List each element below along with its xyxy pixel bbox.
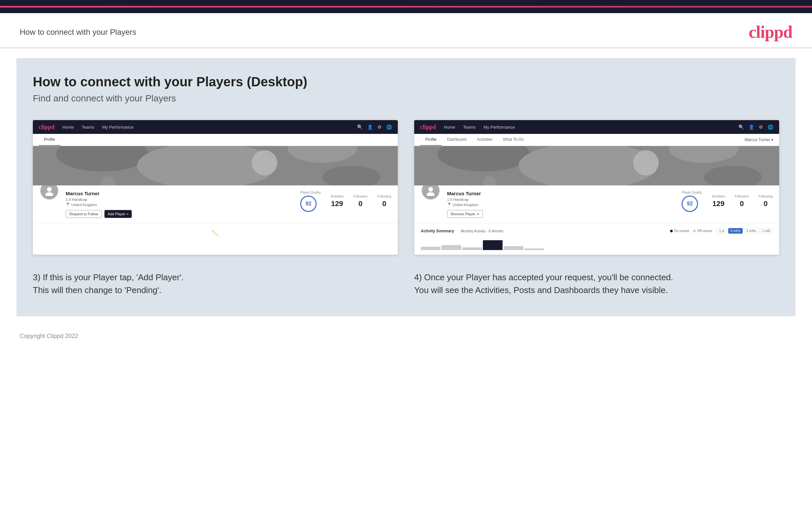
chart-bar-5 bbox=[504, 246, 523, 250]
chart-bar-6 bbox=[524, 248, 544, 250]
chart-bar-3 bbox=[462, 247, 482, 250]
on-course-label: On course bbox=[674, 229, 689, 233]
tab-activities-right[interactable]: Activities bbox=[472, 134, 498, 146]
left-app-logo: clippd bbox=[39, 124, 55, 130]
left-activities-stat: Activities 129 bbox=[331, 194, 344, 208]
time-btn-1mth[interactable]: 1 mth bbox=[760, 228, 773, 234]
time-btn-6mths[interactable]: 6 mths bbox=[728, 228, 743, 234]
svg-point-16 bbox=[428, 187, 433, 192]
left-profile-details: Marcus Turner 1-5 Handicap 📍 United King… bbox=[66, 191, 294, 218]
time-buttons: 1 yr 6 mths 3 mths 1 mth bbox=[717, 228, 773, 234]
globe-icon[interactable]: 🌐 bbox=[386, 124, 392, 130]
right-location-pin-icon: 📍 bbox=[447, 203, 452, 207]
settings-icon[interactable]: ⚙ bbox=[377, 124, 382, 130]
chart-bar-4 bbox=[483, 240, 503, 250]
page-subtitle: Find and connect with your Players bbox=[33, 93, 779, 104]
left-nav-myperformance[interactable]: My Performance bbox=[102, 125, 133, 130]
off-course-dot bbox=[693, 230, 696, 232]
left-player-buttons: Request to Follow Add Player + bbox=[66, 210, 294, 218]
tab-profile-right[interactable]: Profile bbox=[420, 134, 442, 146]
request-follow-button[interactable]: Request to Follow bbox=[66, 210, 102, 218]
activity-summary: Activity Summary Monthly Activity · 6 Mo… bbox=[414, 223, 779, 255]
left-screenshot-bottom: ✏️ bbox=[33, 223, 398, 243]
chevron-down-icon: ▾ bbox=[771, 137, 773, 142]
top-bar bbox=[0, 0, 812, 13]
right-followers-stat: Followers 0 bbox=[735, 194, 749, 208]
description-left-text: 3) If this is your Player tap, 'Add Play… bbox=[33, 271, 398, 297]
left-tabs: Profile bbox=[33, 134, 398, 146]
description-right-text: 4) Once your Player has accepted your re… bbox=[414, 271, 779, 297]
tab-dashboard-right[interactable]: Dashboard bbox=[442, 134, 472, 146]
activity-header: Activity Summary Monthly Activity · 6 Mo… bbox=[421, 228, 773, 234]
right-player-location: 📍 United Kingdom bbox=[447, 203, 675, 207]
right-nav-icons: 🔍 👤 ⚙ 🌐 bbox=[739, 124, 773, 130]
time-btn-3mths[interactable]: 3 mths bbox=[744, 228, 758, 234]
right-following-stat: Following 0 bbox=[759, 194, 773, 208]
left-player-name: Marcus Turner bbox=[66, 191, 294, 196]
activity-right-controls: On course Off course 1 yr 6 mths 3 mths bbox=[670, 228, 773, 234]
right-user-icon[interactable]: 👤 bbox=[749, 124, 754, 130]
description-right: 4) Once your Player has accepted your re… bbox=[414, 271, 779, 297]
footer: Copyright Clippd 2022 bbox=[0, 326, 812, 346]
edit-icon: ✏️ bbox=[211, 229, 219, 237]
right-settings-icon[interactable]: ⚙ bbox=[759, 124, 763, 130]
right-nav-teams[interactable]: Teams bbox=[463, 125, 476, 130]
tab-whattoon-right[interactable]: What To On bbox=[498, 134, 529, 146]
chart-bar-1 bbox=[421, 247, 441, 250]
time-btn-1yr[interactable]: 1 yr bbox=[717, 228, 727, 234]
left-nav-home[interactable]: Home bbox=[62, 125, 74, 130]
right-golf-background bbox=[414, 146, 779, 185]
svg-point-8 bbox=[45, 192, 53, 196]
remove-player-button[interactable]: Remove Player ✕ bbox=[447, 210, 483, 218]
right-profile-info: Marcus Turner 1-5 Handicap 📍 United King… bbox=[414, 185, 779, 223]
add-player-button[interactable]: Add Player + bbox=[104, 210, 132, 218]
main-content-area: How to connect with your Players (Deskto… bbox=[16, 58, 796, 316]
right-tabs-user-dropdown[interactable]: Marcus Turner ▾ bbox=[745, 134, 773, 146]
clippd-logo: clippd bbox=[749, 22, 792, 42]
left-profile-info: Marcus Turner 1-5 Handicap 📍 United King… bbox=[33, 185, 398, 223]
left-nav-icons: 🔍 👤 ⚙ 🌐 bbox=[357, 124, 392, 130]
copyright-text: Copyright Clippd 2022 bbox=[20, 333, 78, 339]
close-icon: ✕ bbox=[476, 212, 479, 216]
legend-on-course: On course bbox=[670, 229, 689, 233]
svg-point-4 bbox=[252, 150, 277, 176]
svg-point-13 bbox=[633, 150, 659, 176]
right-player-name: Marcus Turner bbox=[447, 191, 675, 196]
right-activities-stat: Activities 129 bbox=[712, 194, 725, 208]
right-nav-home[interactable]: Home bbox=[444, 125, 455, 130]
left-nav-teams[interactable]: Teams bbox=[82, 125, 94, 130]
right-tabs: Profile Dashboard Activities What To On … bbox=[414, 134, 779, 146]
svg-point-7 bbox=[47, 187, 52, 192]
right-player-buttons: Remove Player ✕ bbox=[447, 210, 675, 218]
right-quality-stat: Player Quality 92 bbox=[681, 191, 702, 212]
activity-left: Activity Summary Monthly Activity · 6 Mo… bbox=[421, 229, 504, 233]
left-quality-stat: Player Quality 92 bbox=[300, 191, 320, 212]
chart-bar-2 bbox=[442, 245, 461, 250]
tab-profile-left[interactable]: Profile bbox=[39, 134, 60, 146]
left-followers-stat: Followers 0 bbox=[353, 194, 367, 208]
off-course-label: Off course bbox=[697, 229, 712, 233]
on-course-dot bbox=[670, 230, 673, 232]
search-icon[interactable]: 🔍 bbox=[357, 124, 363, 130]
header-title: How to connect with your Players bbox=[20, 27, 136, 37]
right-player-handicap: 1-5 Handicap bbox=[447, 198, 675, 202]
left-quality-circle: 92 bbox=[300, 195, 317, 212]
description-left: 3) If this is your Player tap, 'Add Play… bbox=[33, 271, 398, 297]
right-stats-grid: Player Quality 92 Activities 129 Followe… bbox=[681, 191, 773, 212]
left-player-location: 📍 United Kingdom bbox=[66, 203, 294, 207]
descriptions-row: 3) If this is your Player tap, 'Add Play… bbox=[33, 271, 779, 297]
right-app-logo: clippd bbox=[420, 124, 436, 130]
screenshot-right: clippd Home Teams My Performance 🔍 👤 ⚙ 🌐… bbox=[414, 120, 779, 255]
right-search-icon[interactable]: 🔍 bbox=[739, 124, 744, 130]
screenshot-left: clippd Home Teams My Performance 🔍 👤 ⚙ 🌐… bbox=[33, 120, 398, 255]
right-nav-myperformance[interactable]: My Performance bbox=[484, 125, 515, 130]
left-following-stat: Following 0 bbox=[377, 194, 391, 208]
activity-legend: On course Off course bbox=[670, 229, 712, 233]
activity-chart bbox=[421, 237, 773, 250]
user-icon[interactable]: 👤 bbox=[367, 124, 373, 130]
legend-off-course: Off course bbox=[693, 229, 712, 233]
right-profile-banner bbox=[414, 146, 779, 185]
activity-period: Monthly Activity · 6 Months bbox=[461, 229, 503, 233]
location-pin-icon: 📍 bbox=[66, 203, 70, 207]
right-globe-icon[interactable]: 🌐 bbox=[768, 124, 773, 130]
